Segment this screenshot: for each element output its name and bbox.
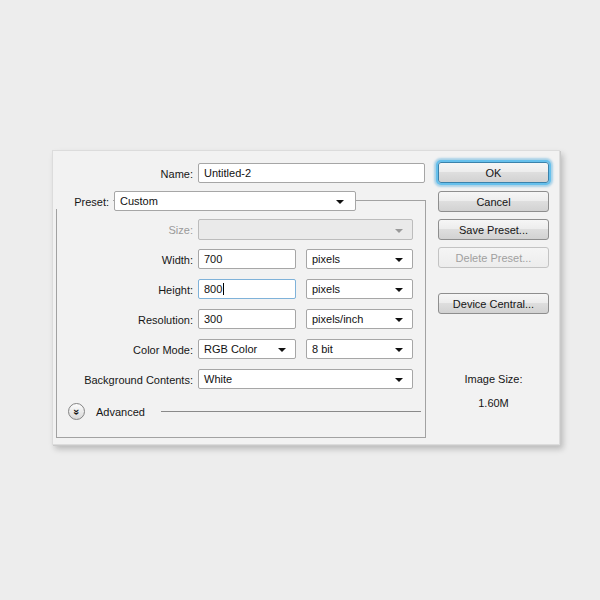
delete-preset-button: Delete Preset... bbox=[438, 247, 549, 268]
text-cursor bbox=[223, 283, 224, 295]
new-document-dialog: Name: Preset: Custom Size: Width: pixels… bbox=[52, 150, 560, 445]
preset-label: Preset: bbox=[53, 195, 113, 209]
device-central-button[interactable]: Device Central... bbox=[438, 293, 549, 314]
dropdown-arrow-icon bbox=[336, 200, 344, 204]
size-dropdown bbox=[198, 219, 413, 240]
save-preset-button[interactable]: Save Preset... bbox=[438, 219, 549, 240]
advanced-divider bbox=[161, 411, 421, 412]
dropdown-arrow-icon bbox=[395, 229, 403, 233]
width-label: Width: bbox=[53, 253, 193, 267]
dropdown-arrow-icon bbox=[395, 318, 403, 322]
color-mode-dropdown[interactable]: RGB Color bbox=[198, 339, 296, 359]
desktop-background: { "dialog": { "fields": { "name": {"labe… bbox=[0, 0, 600, 600]
preset-value: Custom bbox=[115, 192, 355, 210]
dropdown-arrow-icon bbox=[395, 378, 403, 382]
advanced-chevron-icon: » bbox=[71, 409, 82, 414]
resolution-label: Resolution: bbox=[53, 313, 193, 327]
preset-dropdown[interactable]: Custom bbox=[114, 191, 356, 211]
height-input[interactable]: 800 bbox=[198, 279, 296, 299]
ok-button[interactable]: OK bbox=[438, 162, 549, 183]
color-mode-label: Color Mode: bbox=[53, 343, 193, 357]
size-label: Size: bbox=[53, 223, 193, 237]
background-contents-dropdown[interactable]: White bbox=[198, 369, 413, 389]
resolution-input[interactable] bbox=[198, 309, 296, 329]
image-size-value: 1.60M bbox=[438, 397, 549, 409]
background-contents-value: White bbox=[199, 370, 412, 388]
height-value: 800 bbox=[204, 283, 222, 295]
dropdown-arrow-icon bbox=[395, 288, 403, 292]
cancel-button[interactable]: Cancel bbox=[438, 191, 549, 212]
bit-depth-dropdown[interactable]: 8 bit bbox=[306, 339, 413, 359]
resolution-unit-dropdown[interactable]: pixels/inch bbox=[306, 309, 413, 329]
background-contents-label: Background Contents: bbox=[53, 373, 193, 387]
image-size-label: Image Size: bbox=[438, 373, 549, 385]
advanced-label: Advanced bbox=[96, 406, 145, 418]
dropdown-arrow-icon bbox=[278, 348, 286, 352]
width-unit-dropdown[interactable]: pixels bbox=[306, 249, 413, 269]
height-unit-dropdown[interactable]: pixels bbox=[306, 279, 413, 299]
name-input[interactable] bbox=[198, 163, 425, 183]
advanced-toggle-button[interactable]: » bbox=[68, 403, 85, 420]
dropdown-arrow-icon bbox=[395, 258, 403, 262]
width-input[interactable] bbox=[198, 249, 296, 269]
name-label: Name: bbox=[53, 167, 193, 181]
dropdown-arrow-icon bbox=[395, 348, 403, 352]
height-label: Height: bbox=[53, 283, 193, 297]
